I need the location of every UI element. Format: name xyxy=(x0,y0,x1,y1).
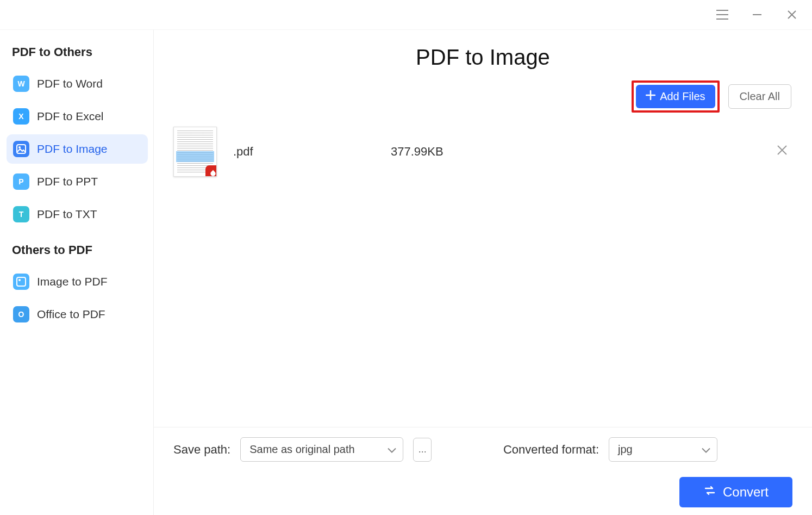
txt-icon: T xyxy=(13,206,29,222)
sidebar-item-pdf-to-txt[interactable]: T PDF to TXT xyxy=(7,200,148,229)
save-path-label: Save path: xyxy=(173,443,230,457)
sidebar-item-pdf-to-ppt[interactable]: P PDF to PPT xyxy=(7,167,148,196)
office-icon: O xyxy=(13,306,29,322)
svg-rect-2 xyxy=(17,277,26,286)
sidebar-item-label: Office to PDF xyxy=(37,308,105,321)
save-path-select[interactable]: Same as original path xyxy=(240,437,403,462)
image-icon xyxy=(13,274,29,290)
sidebar-item-pdf-to-word[interactable]: W PDF to Word xyxy=(7,69,148,98)
clear-all-button[interactable]: Clear All xyxy=(728,84,791,109)
minimize-icon[interactable] xyxy=(751,8,764,21)
convert-icon xyxy=(703,485,716,500)
chevron-down-icon xyxy=(388,443,396,456)
main-panel: PDF to Image Add Files Clear All xyxy=(154,30,812,515)
format-select[interactable]: jpg xyxy=(609,437,717,462)
ppt-icon: P xyxy=(13,173,29,190)
sidebar-item-pdf-to-image[interactable]: PDF to Image xyxy=(7,134,148,164)
file-size: 377.99KB xyxy=(391,145,755,159)
image-icon xyxy=(13,141,29,157)
convert-label: Convert xyxy=(723,485,769,500)
plus-icon xyxy=(646,90,655,103)
sidebar-item-label: PDF to TXT xyxy=(37,208,97,221)
sidebar-item-office-to-pdf[interactable]: O Office to PDF xyxy=(7,300,148,329)
sidebar-item-pdf-to-excel[interactable]: X PDF to Excel xyxy=(7,102,148,131)
sidebar-item-label: PDF to PPT xyxy=(37,175,98,188)
remove-file-button[interactable] xyxy=(772,144,792,159)
menu-icon[interactable] xyxy=(716,8,729,21)
svg-point-3 xyxy=(18,279,21,281)
save-path-value: Same as original path xyxy=(249,443,354,456)
browse-path-button[interactable]: ... xyxy=(413,438,432,462)
close-icon[interactable] xyxy=(785,8,798,21)
annotation-highlight: Add Files xyxy=(632,80,719,113)
add-files-button[interactable]: Add Files xyxy=(636,85,715,108)
sidebar-section-pdf-to-others: PDF to Others xyxy=(7,45,148,69)
sidebar-item-label: PDF to Excel xyxy=(37,110,104,123)
sidebar: PDF to Others W PDF to Word X PDF to Exc… xyxy=(0,30,154,515)
format-value: jpg xyxy=(618,443,633,456)
page-title: PDF to Image xyxy=(154,45,812,70)
convert-button[interactable]: Convert xyxy=(679,477,792,507)
action-row: Add Files Clear All xyxy=(154,70,812,113)
format-label: Converted format: xyxy=(503,443,599,457)
file-name: .pdf xyxy=(233,145,374,159)
word-icon: W xyxy=(13,76,29,92)
file-list: .pdf 377.99KB xyxy=(154,113,812,427)
sidebar-item-label: PDF to Word xyxy=(37,77,103,90)
pdf-badge-icon xyxy=(205,165,217,177)
excel-icon: X xyxy=(13,108,29,125)
titlebar xyxy=(0,0,812,30)
svg-rect-0 xyxy=(17,145,26,153)
sidebar-item-label: PDF to Image xyxy=(37,142,108,156)
sidebar-item-image-to-pdf[interactable]: Image to PDF xyxy=(7,267,148,296)
file-thumbnail xyxy=(173,127,217,177)
file-row: .pdf 377.99KB xyxy=(173,123,792,180)
bottom-bar: Save path: Same as original path ... Con… xyxy=(154,427,812,515)
sidebar-item-label: Image to PDF xyxy=(37,275,108,288)
chevron-down-icon xyxy=(702,443,710,456)
sidebar-section-others-to-pdf: Others to PDF xyxy=(7,243,148,267)
svg-point-1 xyxy=(18,146,21,148)
add-files-label: Add Files xyxy=(660,90,705,103)
